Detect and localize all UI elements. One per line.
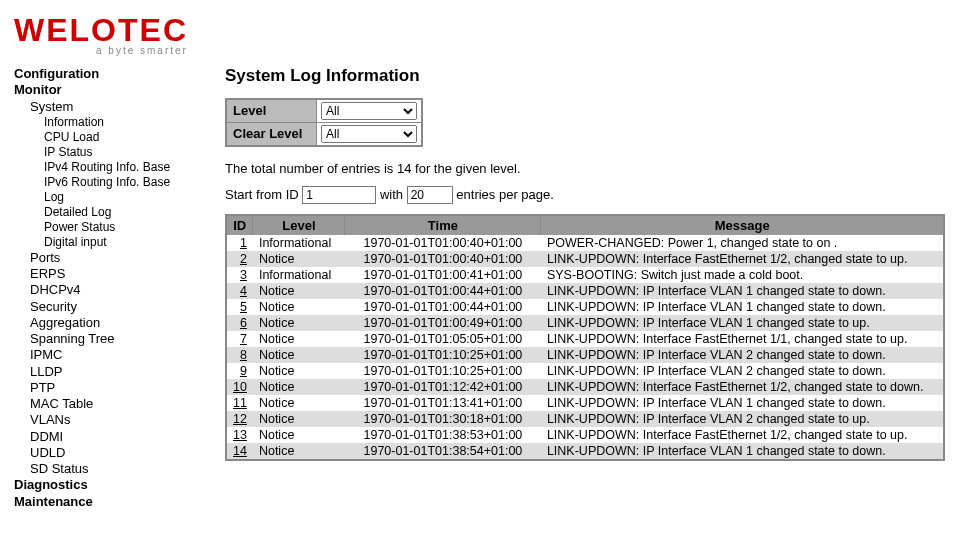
log-id-link[interactable]: 1 <box>226 235 253 251</box>
log-level: Notice <box>253 443 345 460</box>
nav-system-information[interactable]: Information <box>14 115 197 130</box>
nav-system-log[interactable]: Log <box>14 190 197 205</box>
log-id-link[interactable]: 9 <box>226 363 253 379</box>
side-nav: Configuration Monitor System Information… <box>0 62 197 510</box>
log-level: Informational <box>253 235 345 251</box>
log-time: 1970-01-01T01:38:53+01:00 <box>345 427 541 443</box>
log-message: LINK-UPDOWN: IP Interface VLAN 1 changed… <box>541 299 944 315</box>
table-row: 2Notice1970-01-01T01:00:40+01:00LINK-UPD… <box>226 251 944 267</box>
log-id-link[interactable]: 13 <box>226 427 253 443</box>
pager-start-id[interactable] <box>302 186 376 204</box>
log-time: 1970-01-01T01:00:41+01:00 <box>345 267 541 283</box>
nav-ipmc[interactable]: IPMC <box>14 347 197 363</box>
log-level: Notice <box>253 347 345 363</box>
log-message: LINK-UPDOWN: IP Interface VLAN 1 changed… <box>541 283 944 299</box>
nav-maintenance[interactable]: Maintenance <box>14 494 197 510</box>
nav-system-power-status[interactable]: Power Status <box>14 220 197 235</box>
log-id-link[interactable]: 12 <box>226 411 253 427</box>
nav-monitor[interactable]: Monitor <box>14 82 197 98</box>
filter-clear-label: Clear Level <box>227 123 317 145</box>
nav-configuration[interactable]: Configuration <box>14 66 197 82</box>
log-time: 1970-01-01T01:13:41+01:00 <box>345 395 541 411</box>
nav-diagnostics[interactable]: Diagnostics <box>14 477 197 493</box>
table-row: 3Informational1970-01-01T01:00:41+01:00S… <box>226 267 944 283</box>
log-id-link[interactable]: 7 <box>226 331 253 347</box>
log-message: LINK-UPDOWN: IP Interface VLAN 1 changed… <box>541 395 944 411</box>
table-row: 10Notice1970-01-01T01:12:42+01:00LINK-UP… <box>226 379 944 395</box>
log-level: Notice <box>253 331 345 347</box>
log-time: 1970-01-01T01:30:18+01:00 <box>345 411 541 427</box>
log-id-link[interactable]: 8 <box>226 347 253 363</box>
table-row: 6Notice1970-01-01T01:00:49+01:00LINK-UPD… <box>226 315 944 331</box>
log-time: 1970-01-01T01:12:42+01:00 <box>345 379 541 395</box>
log-time: 1970-01-01T01:05:05+01:00 <box>345 331 541 347</box>
log-message: LINK-UPDOWN: Interface FastEthernet 1/2,… <box>541 427 944 443</box>
table-row: 1Informational1970-01-01T01:00:40+01:00P… <box>226 235 944 251</box>
log-level: Informational <box>253 267 345 283</box>
nav-system-detailed-log[interactable]: Detailed Log <box>14 205 197 220</box>
nav-udld[interactable]: UDLD <box>14 445 197 461</box>
nav-system-cpu-load[interactable]: CPU Load <box>14 130 197 145</box>
log-id-link[interactable]: 14 <box>226 443 253 460</box>
log-level: Notice <box>253 363 345 379</box>
nav-system-ip-status[interactable]: IP Status <box>14 145 197 160</box>
col-level: Level <box>253 215 345 235</box>
table-row: 9Notice1970-01-01T01:10:25+01:00LINK-UPD… <box>226 363 944 379</box>
table-row: 14Notice1970-01-01T01:38:54+01:00LINK-UP… <box>226 443 944 460</box>
pager-count[interactable] <box>407 186 453 204</box>
pager-label-mid: with <box>380 187 403 202</box>
pager-label-pre: Start from ID <box>225 187 299 202</box>
log-message: LINK-UPDOWN: IP Interface VLAN 1 changed… <box>541 315 944 331</box>
filter-level-label: Level <box>227 100 317 122</box>
log-message: LINK-UPDOWN: IP Interface VLAN 2 changed… <box>541 363 944 379</box>
table-row: 11Notice1970-01-01T01:13:41+01:00LINK-UP… <box>226 395 944 411</box>
table-row: 12Notice1970-01-01T01:30:18+01:00LINK-UP… <box>226 411 944 427</box>
nav-vlans[interactable]: VLANs <box>14 412 197 428</box>
table-row: 8Notice1970-01-01T01:10:25+01:00LINK-UPD… <box>226 347 944 363</box>
nav-security[interactable]: Security <box>14 299 197 315</box>
entry-count-status: The total number of entries is 14 for th… <box>225 161 945 176</box>
pager-label-post: entries per page. <box>456 187 554 202</box>
filter-box: Level All Clear Level All <box>225 98 423 147</box>
log-id-link[interactable]: 5 <box>226 299 253 315</box>
nav-erps[interactable]: ERPS <box>14 266 197 282</box>
log-message: LINK-UPDOWN: Interface FastEthernet 1/2,… <box>541 379 944 395</box>
nav-aggregation[interactable]: Aggregation <box>14 315 197 331</box>
nav-system-digital-input[interactable]: Digital input <box>14 235 197 250</box>
nav-lldp[interactable]: LLDP <box>14 364 197 380</box>
pager: Start from ID with entries per page. <box>225 186 945 204</box>
table-row: 13Notice1970-01-01T01:38:53+01:00LINK-UP… <box>226 427 944 443</box>
log-message: LINK-UPDOWN: IP Interface VLAN 2 changed… <box>541 347 944 363</box>
log-table: ID Level Time Message 1Informational1970… <box>225 214 945 461</box>
log-id-link[interactable]: 10 <box>226 379 253 395</box>
nav-ddmi[interactable]: DDMI <box>14 429 197 445</box>
nav-system[interactable]: System <box>14 99 197 115</box>
log-time: 1970-01-01T01:10:25+01:00 <box>345 363 541 379</box>
log-id-link[interactable]: 2 <box>226 251 253 267</box>
log-level: Notice <box>253 427 345 443</box>
log-id-link[interactable]: 3 <box>226 267 253 283</box>
log-id-link[interactable]: 6 <box>226 315 253 331</box>
nav-system-ipv4-routing-info-base[interactable]: IPv4 Routing Info. Base <box>14 160 197 175</box>
logo-text: WELOTEC <box>14 12 957 49</box>
nav-ports[interactable]: Ports <box>14 250 197 266</box>
nav-spanning-tree[interactable]: Spanning Tree <box>14 331 197 347</box>
log-message: POWER-CHANGED: Power 1, changed state to… <box>541 235 944 251</box>
log-level: Notice <box>253 283 345 299</box>
log-level: Notice <box>253 315 345 331</box>
nav-sd-status[interactable]: SD Status <box>14 461 197 477</box>
log-message: LINK-UPDOWN: IP Interface VLAN 2 changed… <box>541 411 944 427</box>
log-level: Notice <box>253 299 345 315</box>
nav-dhcpv4[interactable]: DHCPv4 <box>14 282 197 298</box>
logo-tagline: a byte smarter <box>14 45 957 56</box>
log-level: Notice <box>253 251 345 267</box>
nav-mac-table[interactable]: MAC Table <box>14 396 197 412</box>
log-id-link[interactable]: 4 <box>226 283 253 299</box>
nav-system-ipv6-routing-info-base[interactable]: IPv6 Routing Info. Base <box>14 175 197 190</box>
log-level: Notice <box>253 395 345 411</box>
log-id-link[interactable]: 11 <box>226 395 253 411</box>
nav-ptp[interactable]: PTP <box>14 380 197 396</box>
col-msg: Message <box>541 215 944 235</box>
filter-clear-select[interactable]: All <box>321 125 417 143</box>
filter-level-select[interactable]: All <box>321 102 417 120</box>
